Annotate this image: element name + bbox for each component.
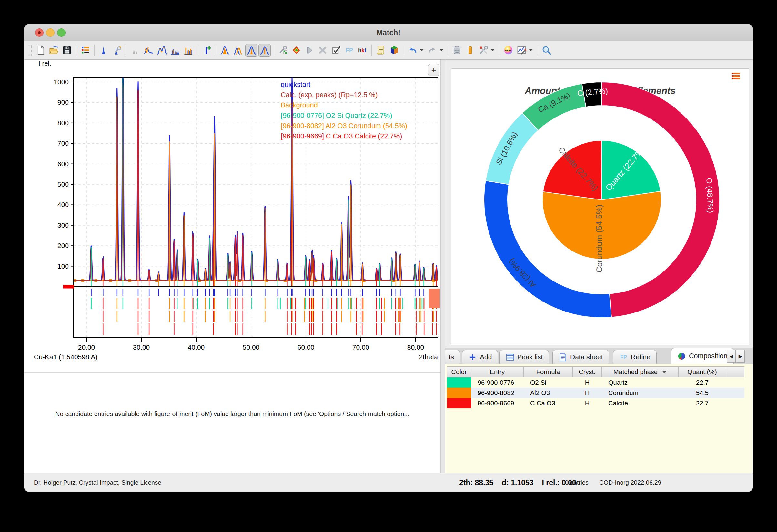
cell-entry[interactable]: 96-900-8082 bbox=[471, 388, 524, 398]
unit-cell-icon bbox=[389, 45, 399, 55]
select-check-button[interactable] bbox=[330, 44, 342, 57]
options-sphere-button[interactable] bbox=[502, 44, 514, 57]
redo-dropdown-caret[interactable] bbox=[439, 49, 443, 51]
composition-donut-chart[interactable]: O (48.7%)Al (28.9%)Si (10.6%)Ca (9.1%)C … bbox=[451, 69, 749, 345]
cell-quant[interactable]: 22.7 bbox=[679, 398, 726, 408]
database-label: COD-Inorg 2022.06.29 bbox=[599, 473, 661, 492]
fp-calc-button[interactable]: FP bbox=[343, 44, 355, 57]
table-row[interactable]: 96-900-9669C Ca O3HCalcite22.7 bbox=[447, 398, 745, 408]
profile-correct-button[interactable] bbox=[142, 44, 154, 57]
open-file-button[interactable] bbox=[47, 44, 60, 57]
delete-entry-button[interactable] bbox=[317, 44, 329, 57]
phase-color-swatch[interactable] bbox=[447, 398, 471, 408]
cell-matched-phase[interactable]: Calcite bbox=[602, 398, 679, 408]
cell-cryst[interactable]: H bbox=[573, 398, 602, 408]
peak-orange-button[interactable] bbox=[219, 44, 231, 57]
zoom-search-button[interactable] bbox=[540, 44, 552, 57]
pattern-settings-button[interactable] bbox=[515, 44, 528, 57]
tab-scroll-left-button[interactable]: ◀ bbox=[727, 350, 736, 362]
cell-entry[interactable]: 96-900-9669 bbox=[471, 398, 524, 408]
tab-peak-list[interactable]: Peak list bbox=[500, 350, 549, 364]
tab-scroll-right-button[interactable]: ▶ bbox=[736, 350, 745, 362]
cell-matched-phase[interactable]: Quartz bbox=[602, 378, 679, 388]
table-header-quant-[interactable]: Quant.(%) bbox=[679, 366, 726, 378]
peak-search-options-icon bbox=[112, 45, 122, 55]
title-bar[interactable]: Match! bbox=[24, 24, 753, 41]
show-calc-pattern-button[interactable] bbox=[245, 44, 257, 57]
cell-quant[interactable]: 22.7 bbox=[679, 378, 726, 388]
cell-formula[interactable]: Al2 O3 bbox=[524, 388, 573, 398]
entry-list-button[interactable] bbox=[79, 44, 91, 57]
tab-refine[interactable]: FPRefine bbox=[613, 350, 657, 364]
tools-dropdown-caret[interactable] bbox=[491, 49, 495, 51]
add-column-button[interactable] bbox=[464, 44, 476, 57]
legend-item: Calc. (exp. peaks) (Rp=12.5 %) bbox=[281, 91, 378, 99]
tab-add[interactable]: Add bbox=[462, 350, 498, 364]
cell-formula[interactable]: O2 Si bbox=[524, 378, 573, 388]
peak-edit-button[interactable] bbox=[169, 44, 181, 57]
legend-item: [96-900-0776] O2 Si Quartz (22.7%) bbox=[281, 112, 392, 119]
phase-color-swatch[interactable] bbox=[447, 388, 471, 398]
undo-dropdown-caret[interactable] bbox=[420, 49, 424, 51]
tab-overflow-fragment[interactable]: ts bbox=[445, 350, 460, 364]
peak-search-options-button[interactable] bbox=[111, 44, 123, 57]
horizontal-divider[interactable] bbox=[24, 372, 440, 373]
x-axis-tick-label: 20.00 bbox=[78, 343, 95, 351]
cell-matched-phase[interactable]: Corundum bbox=[602, 388, 679, 398]
cell-cryst[interactable]: H bbox=[573, 378, 602, 388]
x-axis-tick-label: 40.00 bbox=[188, 343, 205, 351]
new-file-button[interactable] bbox=[34, 44, 46, 57]
table-header-formula[interactable]: Formula bbox=[524, 366, 573, 378]
tools-button[interactable] bbox=[477, 44, 489, 57]
hkl-view-button[interactable]: hkl bbox=[356, 44, 368, 57]
database-button[interactable] bbox=[451, 44, 463, 57]
range-marker-right[interactable] bbox=[429, 289, 440, 308]
undo-button[interactable] bbox=[406, 44, 419, 57]
toolbar-separator bbox=[273, 44, 274, 56]
cell-quant[interactable]: 54.5 bbox=[679, 388, 726, 398]
cell-entry[interactable]: 96-900-0776 bbox=[471, 378, 524, 388]
toolbar-drag-handle[interactable] bbox=[29, 45, 32, 56]
add-peak-button[interactable] bbox=[200, 44, 213, 57]
sheet-icon bbox=[559, 353, 567, 361]
phase-color-swatch[interactable] bbox=[447, 378, 471, 388]
table-row[interactable]: 96-900-8082Al2 O3HCorundum54.5 bbox=[447, 388, 745, 398]
table-row[interactable]: 96-900-0776O2 SiHQuartz22.7 bbox=[447, 378, 745, 388]
toolbar-separator bbox=[76, 44, 76, 56]
legend-item: Background bbox=[281, 101, 318, 109]
cell-cryst[interactable]: H bbox=[573, 388, 602, 398]
tab-composition[interactable]: Composition bbox=[671, 348, 734, 364]
element-slice-Si[interactable] bbox=[485, 113, 538, 185]
add-pattern-button[interactable]: + bbox=[428, 64, 439, 76]
range-marker-left[interactable] bbox=[63, 285, 74, 289]
table-header-color[interactable]: Color bbox=[447, 366, 471, 378]
search-match-button[interactable] bbox=[277, 44, 289, 57]
profile-gray-button[interactable] bbox=[129, 44, 141, 57]
peaks-overlay-button[interactable] bbox=[232, 44, 244, 57]
table-header-entry[interactable]: Entry bbox=[471, 366, 524, 378]
toolbar: FPhkl bbox=[24, 41, 753, 60]
legend-item: quickstart bbox=[281, 81, 310, 89]
unit-cell-button[interactable] bbox=[388, 44, 400, 57]
save-file-button[interactable] bbox=[61, 44, 73, 57]
vertical-splitter[interactable] bbox=[440, 60, 445, 473]
pattern-settings-dropdown-caret[interactable] bbox=[529, 49, 533, 51]
peak-search-button[interactable] bbox=[97, 44, 110, 57]
profile-fit-button[interactable] bbox=[155, 44, 168, 57]
quick-identify-button[interactable] bbox=[290, 44, 302, 57]
report-button[interactable] bbox=[374, 44, 387, 57]
table-header-cryst-[interactable]: Cryst. bbox=[573, 366, 602, 378]
pattern-bars-button[interactable] bbox=[182, 44, 194, 57]
anode-label: Cu-Ka1 (1.540598 A) bbox=[34, 353, 97, 360]
redo-button[interactable] bbox=[426, 44, 438, 57]
cell-formula[interactable]: C Ca O3 bbox=[524, 398, 573, 408]
step-forward-button[interactable] bbox=[303, 44, 316, 57]
diffraction-plot[interactable]: 100200300400500600700800900100020.0030.0… bbox=[24, 60, 440, 372]
open-file-icon bbox=[49, 45, 59, 55]
show-phase-pattern-button[interactable] bbox=[258, 44, 271, 57]
y-axis-tick-label: 100 bbox=[58, 262, 69, 270]
table-header-matched-phase[interactable]: Matched phase bbox=[602, 366, 679, 378]
tab-data-sheet[interactable]: Data sheet bbox=[552, 350, 609, 364]
y-axis-tick-label: 700 bbox=[58, 139, 69, 147]
sort-descending-icon[interactable] bbox=[662, 370, 667, 374]
